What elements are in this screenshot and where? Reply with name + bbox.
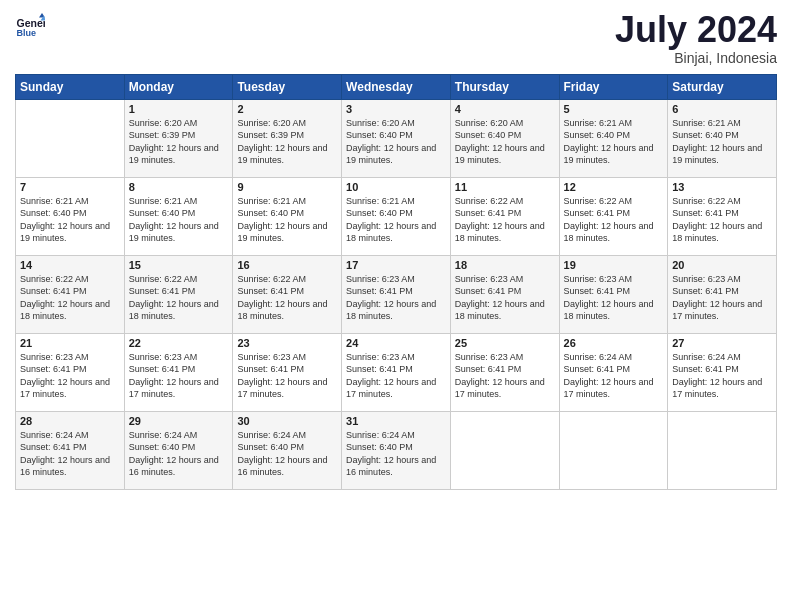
day-number: 19 xyxy=(564,259,664,271)
table-row: 14Sunrise: 6:22 AM Sunset: 6:41 PM Dayli… xyxy=(16,255,125,333)
svg-text:Blue: Blue xyxy=(17,28,37,38)
day-number: 18 xyxy=(455,259,555,271)
svg-text:General: General xyxy=(17,17,46,29)
day-info: Sunrise: 6:20 AM Sunset: 6:39 PM Dayligh… xyxy=(237,117,337,167)
table-row: 24Sunrise: 6:23 AM Sunset: 6:41 PM Dayli… xyxy=(342,333,451,411)
day-info: Sunrise: 6:20 AM Sunset: 6:40 PM Dayligh… xyxy=(455,117,555,167)
header-tuesday: Tuesday xyxy=(233,74,342,99)
day-number: 2 xyxy=(237,103,337,115)
day-info: Sunrise: 6:21 AM Sunset: 6:40 PM Dayligh… xyxy=(20,195,120,245)
table-row: 30Sunrise: 6:24 AM Sunset: 6:40 PM Dayli… xyxy=(233,411,342,489)
day-number: 3 xyxy=(346,103,446,115)
header-sunday: Sunday xyxy=(16,74,125,99)
calendar-table: Sunday Monday Tuesday Wednesday Thursday… xyxy=(15,74,777,490)
day-number: 17 xyxy=(346,259,446,271)
table-row: 6Sunrise: 6:21 AM Sunset: 6:40 PM Daylig… xyxy=(668,99,777,177)
day-number: 14 xyxy=(20,259,120,271)
day-info: Sunrise: 6:24 AM Sunset: 6:40 PM Dayligh… xyxy=(237,429,337,479)
logo: General Blue xyxy=(15,10,45,40)
calendar-week-row: 14Sunrise: 6:22 AM Sunset: 6:41 PM Dayli… xyxy=(16,255,777,333)
header-thursday: Thursday xyxy=(450,74,559,99)
table-row: 19Sunrise: 6:23 AM Sunset: 6:41 PM Dayli… xyxy=(559,255,668,333)
month-year-title: July 2024 xyxy=(615,10,777,50)
table-row: 28Sunrise: 6:24 AM Sunset: 6:41 PM Dayli… xyxy=(16,411,125,489)
day-info: Sunrise: 6:24 AM Sunset: 6:40 PM Dayligh… xyxy=(129,429,229,479)
day-info: Sunrise: 6:24 AM Sunset: 6:41 PM Dayligh… xyxy=(20,429,120,479)
day-number: 1 xyxy=(129,103,229,115)
day-number: 20 xyxy=(672,259,772,271)
table-row: 7Sunrise: 6:21 AM Sunset: 6:40 PM Daylig… xyxy=(16,177,125,255)
header: General Blue July 2024 Binjai, Indonesia xyxy=(15,10,777,66)
day-info: Sunrise: 6:23 AM Sunset: 6:41 PM Dayligh… xyxy=(237,351,337,401)
table-row: 11Sunrise: 6:22 AM Sunset: 6:41 PM Dayli… xyxy=(450,177,559,255)
table-row: 22Sunrise: 6:23 AM Sunset: 6:41 PM Dayli… xyxy=(124,333,233,411)
day-number: 28 xyxy=(20,415,120,427)
table-row: 15Sunrise: 6:22 AM Sunset: 6:41 PM Dayli… xyxy=(124,255,233,333)
day-number: 15 xyxy=(129,259,229,271)
day-info: Sunrise: 6:24 AM Sunset: 6:41 PM Dayligh… xyxy=(564,351,664,401)
calendar-week-row: 1Sunrise: 6:20 AM Sunset: 6:39 PM Daylig… xyxy=(16,99,777,177)
day-number: 26 xyxy=(564,337,664,349)
header-saturday: Saturday xyxy=(668,74,777,99)
day-number: 11 xyxy=(455,181,555,193)
day-info: Sunrise: 6:22 AM Sunset: 6:41 PM Dayligh… xyxy=(564,195,664,245)
day-info: Sunrise: 6:24 AM Sunset: 6:40 PM Dayligh… xyxy=(346,429,446,479)
day-info: Sunrise: 6:23 AM Sunset: 6:41 PM Dayligh… xyxy=(20,351,120,401)
day-number: 22 xyxy=(129,337,229,349)
table-row: 5Sunrise: 6:21 AM Sunset: 6:40 PM Daylig… xyxy=(559,99,668,177)
day-number: 29 xyxy=(129,415,229,427)
day-number: 7 xyxy=(20,181,120,193)
table-row: 2Sunrise: 6:20 AM Sunset: 6:39 PM Daylig… xyxy=(233,99,342,177)
header-monday: Monday xyxy=(124,74,233,99)
day-info: Sunrise: 6:21 AM Sunset: 6:40 PM Dayligh… xyxy=(129,195,229,245)
day-info: Sunrise: 6:21 AM Sunset: 6:40 PM Dayligh… xyxy=(564,117,664,167)
table-row: 4Sunrise: 6:20 AM Sunset: 6:40 PM Daylig… xyxy=(450,99,559,177)
day-number: 10 xyxy=(346,181,446,193)
calendar-week-row: 28Sunrise: 6:24 AM Sunset: 6:41 PM Dayli… xyxy=(16,411,777,489)
logo-icon: General Blue xyxy=(15,10,45,40)
table-row: 26Sunrise: 6:24 AM Sunset: 6:41 PM Dayli… xyxy=(559,333,668,411)
day-info: Sunrise: 6:20 AM Sunset: 6:39 PM Dayligh… xyxy=(129,117,229,167)
table-row: 23Sunrise: 6:23 AM Sunset: 6:41 PM Dayli… xyxy=(233,333,342,411)
table-row: 17Sunrise: 6:23 AM Sunset: 6:41 PM Dayli… xyxy=(342,255,451,333)
day-info: Sunrise: 6:22 AM Sunset: 6:41 PM Dayligh… xyxy=(455,195,555,245)
day-info: Sunrise: 6:23 AM Sunset: 6:41 PM Dayligh… xyxy=(455,273,555,323)
day-info: Sunrise: 6:22 AM Sunset: 6:41 PM Dayligh… xyxy=(129,273,229,323)
day-number: 24 xyxy=(346,337,446,349)
day-info: Sunrise: 6:23 AM Sunset: 6:41 PM Dayligh… xyxy=(564,273,664,323)
table-row: 25Sunrise: 6:23 AM Sunset: 6:41 PM Dayli… xyxy=(450,333,559,411)
table-row xyxy=(16,99,125,177)
day-number: 16 xyxy=(237,259,337,271)
table-row: 29Sunrise: 6:24 AM Sunset: 6:40 PM Dayli… xyxy=(124,411,233,489)
table-row: 13Sunrise: 6:22 AM Sunset: 6:41 PM Dayli… xyxy=(668,177,777,255)
table-row: 12Sunrise: 6:22 AM Sunset: 6:41 PM Dayli… xyxy=(559,177,668,255)
day-info: Sunrise: 6:21 AM Sunset: 6:40 PM Dayligh… xyxy=(237,195,337,245)
day-number: 4 xyxy=(455,103,555,115)
table-row: 18Sunrise: 6:23 AM Sunset: 6:41 PM Dayli… xyxy=(450,255,559,333)
day-info: Sunrise: 6:23 AM Sunset: 6:41 PM Dayligh… xyxy=(455,351,555,401)
table-row xyxy=(668,411,777,489)
table-row: 31Sunrise: 6:24 AM Sunset: 6:40 PM Dayli… xyxy=(342,411,451,489)
day-info: Sunrise: 6:23 AM Sunset: 6:41 PM Dayligh… xyxy=(672,273,772,323)
day-number: 30 xyxy=(237,415,337,427)
table-row: 1Sunrise: 6:20 AM Sunset: 6:39 PM Daylig… xyxy=(124,99,233,177)
page-container: General Blue July 2024 Binjai, Indonesia… xyxy=(0,0,792,500)
day-number: 25 xyxy=(455,337,555,349)
table-row: 20Sunrise: 6:23 AM Sunset: 6:41 PM Dayli… xyxy=(668,255,777,333)
day-number: 5 xyxy=(564,103,664,115)
day-info: Sunrise: 6:24 AM Sunset: 6:41 PM Dayligh… xyxy=(672,351,772,401)
day-info: Sunrise: 6:23 AM Sunset: 6:41 PM Dayligh… xyxy=(129,351,229,401)
table-row: 3Sunrise: 6:20 AM Sunset: 6:40 PM Daylig… xyxy=(342,99,451,177)
table-row: 10Sunrise: 6:21 AM Sunset: 6:40 PM Dayli… xyxy=(342,177,451,255)
calendar-week-row: 7Sunrise: 6:21 AM Sunset: 6:40 PM Daylig… xyxy=(16,177,777,255)
day-info: Sunrise: 6:22 AM Sunset: 6:41 PM Dayligh… xyxy=(237,273,337,323)
day-info: Sunrise: 6:21 AM Sunset: 6:40 PM Dayligh… xyxy=(672,117,772,167)
header-friday: Friday xyxy=(559,74,668,99)
day-number: 31 xyxy=(346,415,446,427)
calendar-week-row: 21Sunrise: 6:23 AM Sunset: 6:41 PM Dayli… xyxy=(16,333,777,411)
location-subtitle: Binjai, Indonesia xyxy=(615,50,777,66)
table-row xyxy=(450,411,559,489)
svg-marker-2 xyxy=(39,13,45,18)
table-row: 21Sunrise: 6:23 AM Sunset: 6:41 PM Dayli… xyxy=(16,333,125,411)
table-row: 8Sunrise: 6:21 AM Sunset: 6:40 PM Daylig… xyxy=(124,177,233,255)
